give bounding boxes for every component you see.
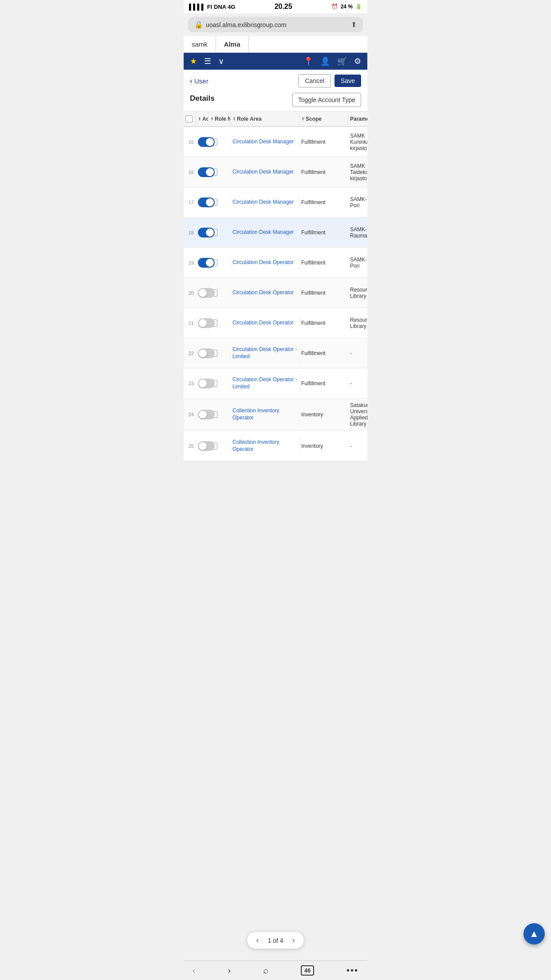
settings-icon[interactable]: ⚙ (354, 56, 361, 66)
row-toggle-cell (196, 406, 209, 423)
row-role-area: Fulfillment (299, 166, 348, 179)
lock-icon: 🔒 (194, 20, 203, 29)
role-active-toggle[interactable] (198, 167, 215, 177)
row-role-name[interactable]: Circulation Desk Manager (231, 195, 299, 209)
table-row: 21 Circulation Desk Operator Fulfillment… (184, 308, 367, 338)
carrier-label: FI DNA 4G (207, 4, 236, 10)
row-toggle-cell (196, 438, 209, 454)
share-icon[interactable]: ⬆ (351, 20, 357, 29)
row-role-name[interactable]: Circulation Desk Operator - Limited (231, 343, 299, 364)
row-toggle-cell (196, 345, 209, 362)
th-act: ⬆ Act (196, 112, 209, 126)
row-role-area: Fulfillment (299, 347, 348, 360)
role-active-toggle[interactable] (198, 258, 215, 268)
row-role-name[interactable]: Circulation Desk Operator (231, 316, 299, 330)
th-parameters: Parameters (348, 112, 367, 126)
chevron-down-icon[interactable]: ∨ (218, 56, 224, 66)
table-row: 22 Circulation Desk Operator - Limited F… (184, 338, 367, 368)
header-actions: Cancel Save (298, 74, 361, 87)
role-active-toggle[interactable] (198, 348, 215, 358)
role-active-toggle[interactable] (198, 198, 215, 207)
row-role-name[interactable]: Circulation Desk Operator (231, 256, 299, 270)
status-time: 20.25 (275, 3, 292, 11)
row-number: 19 (184, 257, 196, 269)
row-number: 18 (184, 226, 196, 239)
menu-icon[interactable]: ☰ (204, 56, 211, 66)
table-row: 17 Circulation Desk Manager Fulfillment … (184, 187, 367, 217)
row-number: 23 (184, 377, 196, 390)
table-body: 15 Circulation Desk Manager Fulfillment … (184, 127, 367, 461)
battery-label: 24 % (341, 4, 353, 10)
row-role-name[interactable]: Circulation Desk Operator (231, 286, 299, 300)
row-role-area: Inventory (299, 439, 348, 453)
row-scope: Resource Sharing Library (348, 313, 367, 333)
tab-alma[interactable]: Alma (216, 36, 249, 52)
url-text: uoasl.alma.exlibrisgroup.com (206, 21, 286, 28)
row-role-name[interactable]: Circulation Desk Manager (231, 165, 299, 179)
row-role-name[interactable]: Circulation Desk Manager (231, 225, 299, 240)
tab-samk[interactable]: samk (184, 36, 216, 52)
roles-table: ⬆ Act ⬆ Role Name ⬆ Role Area ⬆ Scope Pa… (184, 112, 367, 461)
row-number: 15 (184, 136, 196, 148)
battery-icon: 🔋 (355, 4, 362, 10)
th-role-name: ⬆ Role Name (209, 112, 231, 126)
row-toggle-cell (196, 375, 209, 392)
row-role-name[interactable]: Collection Inventory Operator (231, 435, 299, 456)
star-icon[interactable]: ★ (190, 56, 197, 66)
row-scope: SAMK-Kirjasto Rauma (348, 223, 367, 242)
toggle-account-type-button[interactable]: Toggle Account Type (292, 93, 361, 107)
back-chevron-icon: ‹ (190, 76, 193, 86)
cancel-button[interactable]: Cancel (298, 74, 331, 87)
page-title: Details (190, 94, 215, 103)
table-row: 18 Circulation Desk Manager Fulfillment … (184, 217, 367, 248)
cart-icon[interactable]: 🛒 (337, 56, 347, 66)
row-toggle-cell (196, 254, 209, 271)
row-role-area: Fulfillment (299, 316, 348, 330)
row-toggle-cell (196, 285, 209, 301)
row-role-name[interactable]: Collection Inventory Operator (231, 404, 299, 425)
role-active-toggle[interactable] (198, 318, 215, 328)
table-row: 25 Collection Inventory Operator Invento… (184, 431, 367, 461)
th-checkbox (184, 112, 196, 126)
role-active-toggle[interactable] (198, 137, 215, 147)
row-toggle-cell (196, 315, 209, 332)
role-active-toggle[interactable] (198, 288, 215, 298)
row-role-name[interactable]: Circulation Desk Operator - Limited (231, 373, 299, 394)
row-scope: Resource Sharing Library (348, 283, 367, 303)
page-header: ‹ User Cancel Save Details Toggle Accoun… (184, 70, 367, 112)
save-button[interactable]: Save (335, 75, 361, 87)
row-role-area: Fulfillment (299, 135, 348, 149)
row-scope: SAMK-Kirjasto Pori (348, 193, 367, 212)
user-icon[interactable]: 👤 (320, 56, 330, 66)
role-active-toggle[interactable] (198, 379, 215, 388)
row-scope: SAMK-Kirjasto Pori (348, 253, 367, 273)
role-active-toggle[interactable] (198, 228, 215, 237)
back-button[interactable]: ‹ User (190, 76, 209, 86)
table-row: 20 Circulation Desk Operator Fulfillment… (184, 278, 367, 308)
back-label: User (194, 77, 209, 85)
row-scope: - (348, 377, 367, 390)
row-number: 22 (184, 347, 196, 360)
row-role-name[interactable]: Circulation Desk Manager (231, 135, 299, 149)
table-row: 23 Circulation Desk Operator - Limited F… (184, 368, 367, 399)
row-role-area: Fulfillment (299, 256, 348, 269)
row-toggle-cell (196, 224, 209, 241)
table-row: 15 Circulation Desk Manager Fulfillment … (184, 127, 367, 157)
alarm-icon: ⏰ (331, 4, 338, 10)
role-active-toggle[interactable] (198, 410, 215, 419)
url-bar[interactable]: 🔒 uoasl.alma.exlibrisgroup.com ⬆ (188, 17, 363, 32)
row-number: 24 (184, 408, 196, 421)
row-toggle-cell (196, 194, 209, 211)
select-all-checkbox[interactable] (185, 115, 193, 122)
row-number: 25 (184, 440, 196, 452)
th-role-area: ⬆ Role Area (231, 112, 299, 126)
tab-bar: samk Alma (184, 36, 367, 53)
th-scope: ⬆ Scope (299, 112, 348, 126)
status-right: ⏰ 24 % 🔋 (331, 4, 362, 10)
row-scope: - (348, 439, 367, 453)
row-role-area: Fulfillment (299, 377, 348, 390)
role-active-toggle[interactable] (198, 441, 215, 451)
nav-bar: ★ ☰ ∨ 📍 👤 🛒 ⚙ (184, 53, 367, 70)
location-icon[interactable]: 📍 (303, 56, 313, 66)
row-number: 20 (184, 287, 196, 299)
